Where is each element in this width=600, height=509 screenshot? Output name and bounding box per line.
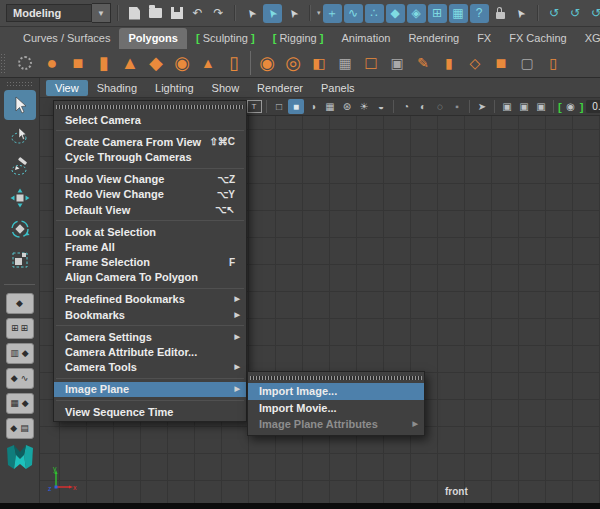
menuset-value[interactable]: Modeling (6, 4, 92, 22)
isolate-select-button[interactable]: ➤ (474, 99, 490, 114)
pane-layout-2-button[interactable]: ▣ (516, 99, 532, 114)
quad-draw-button[interactable]: ✎ (410, 50, 436, 76)
wireframe-button[interactable]: □ (271, 99, 287, 114)
snap-to-plane-button[interactable]: ◆ (386, 4, 405, 23)
shadows-button[interactable]: ◒ (373, 99, 389, 114)
layout-persp-graph-button[interactable]: ◆∿ (6, 368, 34, 389)
select-component-button[interactable]: ➤ (284, 4, 303, 23)
poly-torus-button[interactable]: ◉ (169, 50, 195, 76)
snap-view-button[interactable]: ▦ (449, 4, 468, 23)
layout-four-pane-button[interactable]: ⊞⊞ (6, 318, 34, 339)
separate-button[interactable]: ◎ (280, 50, 306, 76)
shelf-tab-rendering[interactable]: Rendering (399, 28, 468, 49)
poly-pipe-button[interactable]: ▯ (221, 50, 247, 76)
make-live-button[interactable]: ◈ (407, 4, 426, 23)
panel-menu-view[interactable]: View (46, 80, 88, 96)
menu-item-select-camera[interactable]: Select Camera (54, 112, 246, 127)
lasso-tool-button[interactable] (4, 121, 36, 151)
panel-menu-lighting[interactable]: Lighting (146, 80, 203, 96)
poly-cylinder-button[interactable]: ▮ (91, 50, 117, 76)
menuset-dropdown-icon[interactable]: ▼ (92, 3, 111, 23)
paint-select-tool-button[interactable] (4, 152, 36, 182)
menu-item-frame-selection[interactable]: Frame SelectionF (54, 255, 246, 270)
menu-item-camera-tools[interactable]: Camera Tools▶ (54, 360, 246, 375)
layout-hypershade-persp-button[interactable]: ▦◆ (6, 393, 34, 414)
snap-to-curve-button[interactable]: ∿ (344, 4, 363, 23)
undo-button[interactable]: ↶ (188, 4, 207, 23)
cube-tool-button[interactable]: ■ (488, 50, 514, 76)
snap-together-button[interactable]: ⊞ (428, 4, 447, 23)
help-mode-button[interactable]: ? (470, 4, 489, 23)
snap-to-point-button[interactable]: ∴ (365, 4, 384, 23)
lock-selection-button[interactable] (491, 4, 510, 23)
snap-to-grid-button[interactable]: ＋ (323, 4, 342, 23)
xray-button[interactable]: ⊛ (339, 99, 355, 114)
marquee-h-button[interactable]: ▢ (514, 50, 540, 76)
shelf-tab-fx-caching[interactable]: FX Caching (500, 28, 575, 49)
mirror-button[interactable]: ◧ (306, 50, 332, 76)
rotate-tool-button[interactable] (4, 214, 36, 244)
history-output-button[interactable]: ↺ (566, 4, 585, 23)
shelf-tab-polygons[interactable]: Polygons (119, 28, 187, 49)
redo-button[interactable]: ↷ (209, 4, 228, 23)
menu-item-image-plane[interactable]: Image Plane▶ (54, 382, 246, 397)
select-tool-button[interactable] (4, 90, 36, 120)
menu-item-predefined-bookmarks[interactable]: Predefined Bookmarks▶ (54, 292, 246, 307)
menu-item-import-movie[interactable]: Import Movie... (248, 400, 424, 417)
marquee-v-button[interactable]: ▯ (540, 50, 566, 76)
select-object-button[interactable]: ➤ (263, 4, 282, 23)
fill-hole-button[interactable]: ▣ (384, 50, 410, 76)
history-input-button[interactable]: ↺ (545, 4, 564, 23)
menu-item-undo-view-change[interactable]: Undo View Change⌥Z (54, 172, 246, 187)
multi-cut-button[interactable]: ◇ (462, 50, 488, 76)
combine-button[interactable]: ◉ (254, 50, 280, 76)
shaded-button[interactable]: ■ (288, 99, 304, 114)
open-scene-button[interactable] (146, 4, 165, 23)
panel-menu-show[interactable]: Show (203, 80, 249, 96)
ambient-occlusion-button[interactable]: ◔ (398, 99, 414, 114)
pane-layout-1-button[interactable]: ▣ (499, 99, 515, 114)
submenu-tearoff-handle[interactable] (250, 376, 422, 380)
poly-cube-button[interactable]: ■ (65, 50, 91, 76)
bevel-button[interactable]: ▮ (436, 50, 462, 76)
layout-single-pane-button[interactable]: ◆ (6, 293, 34, 314)
smooth-button[interactable]: □ (358, 50, 384, 76)
poly-plane-button[interactable]: ◆ (143, 50, 169, 76)
shelf-tab-fx[interactable]: FX (468, 28, 500, 49)
new-scene-button[interactable] (125, 4, 144, 23)
use-lights-button[interactable]: ☀ (356, 99, 372, 114)
shelf-tab-animation[interactable]: Animation (332, 28, 399, 49)
layout-persp-outliner-graph-button[interactable]: ◆▤ (6, 418, 34, 439)
poly-sphere-button[interactable]: ● (39, 50, 65, 76)
select-hierarchy-button[interactable]: ➤ (242, 4, 261, 23)
shelf-tab-xgen[interactable]: XGen (576, 28, 600, 49)
subdivide-button[interactable]: ▦ (332, 50, 358, 76)
poly-cone-button[interactable]: ▲ (117, 50, 143, 76)
exposure-button[interactable]: ▪ (449, 99, 465, 114)
menu-item-view-sequence-time[interactable]: View Sequence Time (54, 404, 246, 419)
wireframe-on-shaded-button[interactable]: ▦ (322, 99, 338, 114)
shelf-tab-curves-surfaces[interactable]: Curves / Surfaces (14, 28, 119, 49)
snap-options-dropdown[interactable]: ▾ (317, 9, 321, 17)
texture-view-button[interactable]: T (246, 99, 262, 114)
shelf-tab-rigging[interactable]: [ Rigging ] (264, 28, 333, 49)
panel-menu-shading[interactable]: Shading (88, 80, 146, 96)
shelf-grip[interactable] (0, 53, 7, 73)
shelf-tab-sculpting[interactable]: [ Sculpting ] (187, 28, 264, 49)
menu-item-look-at-selection[interactable]: Look at Selection (54, 224, 246, 239)
construction-history-button[interactable]: ↺ (587, 4, 600, 23)
menu-item-create-camera-from-view[interactable]: Create Camera From View⇧⌘C (54, 134, 246, 149)
menu-item-import-image[interactable]: Import Image... (248, 383, 424, 400)
menu-item-camera-attribute-editor[interactable]: Camera Attribute Editor... (54, 344, 246, 359)
fov-value-field[interactable]: 0.00 (586, 100, 600, 113)
motion-blur-button[interactable]: ◐ (415, 99, 431, 114)
menu-item-bookmarks[interactable]: Bookmarks▶ (54, 307, 246, 322)
scale-tool-button[interactable] (4, 245, 36, 275)
panel-menu-renderer[interactable]: Renderer (248, 80, 312, 96)
menu-item-cycle-through-cameras[interactable]: Cycle Through Cameras (54, 149, 246, 164)
camera-aperture-button[interactable]: ◉ (563, 99, 579, 114)
move-tool-button[interactable] (4, 183, 36, 213)
menu-tearoff-handle[interactable] (56, 105, 244, 109)
panel-menu-panels[interactable]: Panels (312, 80, 364, 96)
save-scene-button[interactable] (167, 4, 186, 23)
